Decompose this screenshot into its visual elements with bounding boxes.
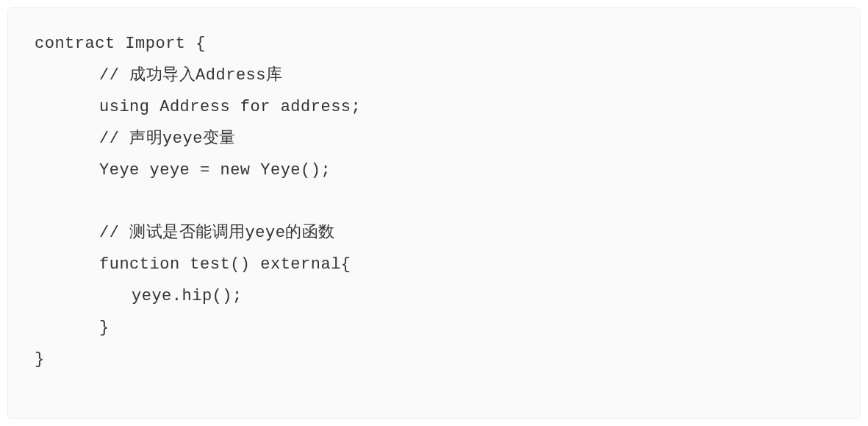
code-line <box>35 186 833 218</box>
code-line: contract Import { <box>35 29 833 60</box>
code-line: yeye.hip(); <box>35 281 833 313</box>
code-line: } <box>35 313 833 344</box>
code-line: // 成功导入Address库 <box>35 60 833 92</box>
code-line: } <box>35 344 833 376</box>
code-line: // 测试是否能调用yeye的函数 <box>35 218 833 249</box>
code-block: contract Import { // 成功导入Address库 using … <box>7 7 861 419</box>
code-line: Yeye yeye = new Yeye(); <box>35 155 833 187</box>
code-line: // 声明yeye变量 <box>35 124 833 155</box>
code-line: function test() external{ <box>35 249 833 281</box>
code-line: using Address for address; <box>35 92 833 124</box>
